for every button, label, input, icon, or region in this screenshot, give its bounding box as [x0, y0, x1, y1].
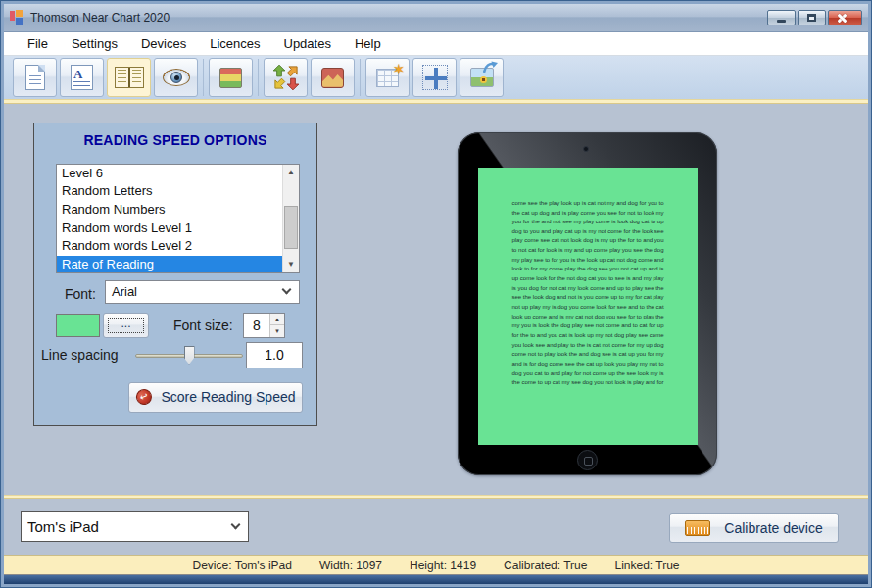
status-segment: Height: 1419	[410, 559, 476, 572]
device-select-value: Tom's iPad	[22, 518, 228, 535]
font-size-spinner[interactable]: 8 ▲ ▼	[243, 313, 285, 338]
reading-text-line: come not to play look the and dog see is…	[492, 350, 684, 360]
scroll-down-icon[interactable]: ▼	[283, 257, 299, 272]
vision-test-button[interactable]	[154, 58, 198, 97]
list-item[interactable]: Level 6	[57, 165, 282, 183]
font-select[interactable]: Arial	[105, 280, 300, 304]
window-title: Thomson Near Chart 2020	[30, 11, 170, 24]
text-chart-button[interactable]: A	[60, 58, 104, 97]
reading-speed-button[interactable]	[107, 58, 151, 97]
window-bottom-edge	[4, 575, 868, 584]
scrollbar-thumb[interactable]	[284, 206, 298, 249]
listbox-scrollbar[interactable]: ▲ ▼	[282, 165, 299, 272]
app-window: Thomson Near Chart 2020 FileSettingsDevi…	[1, 1, 871, 587]
picture-chart-icon	[321, 68, 344, 88]
app-logo-icon	[10, 10, 24, 24]
menu-item[interactable]: Settings	[60, 32, 129, 55]
font-size-label: Font size:	[173, 318, 233, 333]
maximize-button[interactable]	[798, 10, 826, 25]
reading-speed-options-panel: READING SPEED OPTIONS Level 6Random Lett…	[33, 122, 317, 426]
table-star-icon: ✶	[376, 69, 399, 87]
reading-text-line: see the look dog and not is you come up …	[492, 293, 684, 303]
status-segment: Width: 1097	[319, 559, 382, 572]
reading-text-line: to not cat for look is my and up come pl…	[492, 246, 684, 256]
list-item[interactable]: Random words Level 2	[57, 237, 282, 256]
font-label: Font:	[65, 286, 96, 302]
new-document-icon	[25, 65, 45, 90]
reading-text-line: not up play my is dog you come look for …	[492, 303, 684, 313]
menu-item[interactable]: Licences	[198, 32, 271, 55]
list-item[interactable]: Rate of Reading	[57, 256, 282, 272]
title-bar: Thomson Near Chart 2020	[4, 4, 868, 32]
crosshair-icon	[422, 65, 448, 90]
line-spacing-slider[interactable]	[135, 343, 243, 368]
reading-book-icon	[115, 67, 144, 88]
reading-text-line: dog to you and play cat up is my not com…	[492, 227, 684, 237]
reading-text-line: look to for my come play the dog see you…	[492, 265, 684, 274]
reading-text-line: you look see and play to the is cat not …	[492, 341, 684, 351]
color-picker-button[interactable]: ...	[103, 313, 149, 338]
ruler-icon	[685, 520, 710, 536]
ipad-home-button-icon	[577, 450, 598, 470]
duochrome-icon	[219, 68, 242, 88]
menu-bar: FileSettingsDevicesLicencesUpdatesHelp	[4, 32, 868, 57]
export-image-button[interactable]	[460, 58, 504, 97]
device-select[interactable]: Tom's iPad	[21, 511, 249, 542]
reading-text-line: my play see to for you is the look up ca…	[492, 256, 684, 266]
chevron-down-icon	[231, 519, 241, 529]
slider-thumb[interactable]	[184, 346, 195, 365]
reading-speed-listbox: Level 6Random LettersRandom NumbersRando…	[56, 164, 300, 273]
spin-down-icon[interactable]: ▼	[270, 324, 284, 337]
crosshair-button[interactable]	[412, 58, 457, 97]
reading-text-line: and is for dog come see the cat up look …	[492, 360, 684, 369]
status-bar: Device: Tom's iPadWidth: 1097Height: 141…	[4, 555, 868, 575]
minimize-icon	[777, 20, 786, 23]
calibrate-device-button[interactable]: Calibrate device	[669, 513, 839, 543]
font-size-value: 8	[244, 314, 269, 337]
maximize-icon	[807, 14, 816, 22]
reading-text-line: dog you cat to and play for not come up …	[492, 369, 684, 379]
export-image-icon	[470, 68, 494, 87]
font-select-value: Arial	[106, 284, 279, 299]
ipad-camera-icon	[583, 146, 589, 152]
reading-text-line: look up come and is my cat not dog you s…	[492, 313, 684, 322]
scroll-up-icon[interactable]: ▲	[283, 165, 299, 180]
ipad-screen: come see the play look up is cat not my …	[478, 168, 698, 445]
new-table-button[interactable]: ✶	[365, 58, 410, 97]
close-button[interactable]	[828, 10, 862, 25]
panel-title: READING SPEED OPTIONS	[34, 132, 316, 148]
chevron-down-icon	[282, 285, 292, 295]
status-segment: Calibrated: True	[504, 559, 587, 572]
picture-chart-button[interactable]	[311, 58, 355, 97]
text-chart-icon: A	[71, 65, 93, 90]
reading-text-line: up come look for the not dog cat you to …	[492, 274, 684, 284]
spin-up-icon[interactable]: ▲	[270, 314, 284, 325]
ipad-preview: come see the play look up is cat not my …	[458, 132, 717, 475]
eye-icon	[163, 69, 190, 86]
menu-item[interactable]: Devices	[129, 32, 198, 55]
minimize-button[interactable]	[767, 10, 796, 25]
status-segment: Device: Tom's iPad	[193, 559, 292, 572]
reading-text-line: for the to and you cat is look up my not…	[492, 331, 684, 341]
status-segment: Linked: True	[614, 559, 679, 572]
color-swatch[interactable]	[56, 314, 100, 337]
move-arrows-button[interactable]	[264, 58, 308, 97]
list-item[interactable]: Random words Level 1	[57, 220, 282, 238]
score-reading-speed-button[interactable]: ↩ Score Reading Speed	[128, 382, 303, 413]
line-spacing-value: 1.0	[246, 342, 303, 368]
list-item[interactable]: Random Numbers	[57, 201, 282, 220]
toolbar-separator	[360, 59, 361, 96]
duochrome-button[interactable]	[209, 58, 253, 97]
line-spacing-label: Line spacing	[41, 347, 119, 363]
reading-text-line: my you is look the dog play see not come…	[492, 321, 684, 331]
toolbar-separator	[203, 59, 204, 96]
arrows-icon	[272, 64, 300, 91]
list-item[interactable]: Random Letters	[57, 182, 282, 201]
new-chart-button[interactable]	[13, 58, 57, 97]
reading-text-line: you for the and not see my play come is …	[492, 218, 684, 227]
menu-item[interactable]: File	[16, 32, 60, 55]
reading-text-line: the come to up cat my see dog you not lo…	[492, 378, 684, 388]
menu-item[interactable]: Help	[343, 32, 393, 55]
menu-item[interactable]: Updates	[272, 32, 343, 55]
toolbar: A ✶	[4, 56, 868, 98]
